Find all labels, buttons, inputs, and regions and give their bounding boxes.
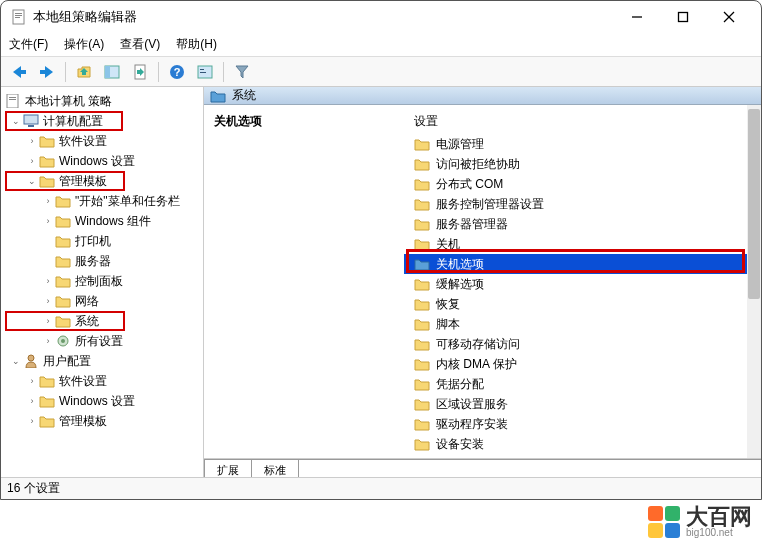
list-item[interactable]: 电源管理 [404,134,761,154]
list-item[interactable]: 内核 DMA 保护 [404,354,761,374]
expander-closed-icon[interactable]: › [41,276,55,286]
expander-closed-icon[interactable]: › [41,216,55,226]
status-text: 16 个设置 [7,480,60,497]
expander-open-icon[interactable]: ⌄ [25,176,39,186]
menu-view[interactable]: 查看(V) [120,36,160,53]
folder-icon [39,134,55,148]
tree-label: 本地计算机 策略 [25,93,112,110]
expander-closed-icon[interactable]: › [25,376,39,386]
folder-icon [414,357,430,371]
expander-open-icon[interactable]: ⌄ [9,356,23,366]
help-button[interactable]: ? [165,60,189,84]
properties-button[interactable] [193,60,217,84]
list-item-label: 服务器管理器 [436,216,508,233]
expander-closed-icon[interactable]: › [41,336,55,346]
list-item[interactable]: 驱动程序安装 [404,414,761,434]
show-hide-tree-button[interactable] [100,60,124,84]
folder-icon [414,237,430,251]
list-item[interactable]: 凭据分配 [404,374,761,394]
expander-open-icon[interactable]: ⌄ [9,116,23,126]
expander-closed-icon[interactable]: › [25,416,39,426]
menu-help[interactable]: 帮助(H) [176,36,217,53]
list-item[interactable]: 访问被拒绝协助 [404,154,761,174]
list-item[interactable]: 分布式 COM [404,174,761,194]
tree-label: 所有设置 [75,333,123,350]
list-item-label: 访问被拒绝协助 [436,156,520,173]
column-header-settings[interactable]: 设置 [404,109,761,134]
minimize-button[interactable] [623,5,651,29]
document-icon [5,94,21,108]
details-panel: 系统 关机选项 设置 电源管理访问被拒绝协助分布式 COM服务控制管理器设置服务… [204,87,761,477]
svg-rect-1 [15,13,22,14]
tree-label: 系统 [75,313,99,330]
list-item[interactable]: 脚本 [404,314,761,334]
list-item-label: 脚本 [436,316,460,333]
tree-network[interactable]: › 网络 [1,291,203,311]
folder-icon [39,414,55,428]
expander-closed-icon[interactable]: › [41,296,55,306]
tree-label: 用户配置 [43,353,91,370]
expander-closed-icon[interactable]: › [41,316,55,326]
export-list-button[interactable] [128,60,152,84]
tree-label: 打印机 [75,233,111,250]
list-item-label: 凭据分配 [436,376,484,393]
close-button[interactable] [715,5,743,29]
folder-icon [414,417,430,431]
tree-printers[interactable]: 打印机 [1,231,203,251]
list-item-label: 区域设置服务 [436,396,508,413]
menu-file[interactable]: 文件(F) [9,36,48,53]
selection-title: 关机选项 [214,113,394,130]
tree-label: Windows 组件 [75,213,151,230]
tree-admin-templates-2[interactable]: › 管理模板 [1,411,203,431]
folder-icon [414,297,430,311]
list-item[interactable]: 区域设置服务 [404,394,761,414]
tree-all-settings[interactable]: › 所有设置 [1,331,203,351]
tree-win-components[interactable]: › Windows 组件 [1,211,203,231]
expander-closed-icon[interactable]: › [25,156,39,166]
tree-panel[interactable]: 本地计算机 策略 ⌄ 计算机配置 › 软件设置 › Windows 设置 ⌄ 管… [1,87,204,477]
folder-icon [414,397,430,411]
forward-button[interactable] [35,60,59,84]
up-button[interactable] [72,60,96,84]
tree-server[interactable]: 服务器 [1,251,203,271]
tree-windows-settings[interactable]: › Windows 设置 [1,151,203,171]
tree-label: Windows 设置 [59,153,135,170]
maximize-button[interactable] [669,5,697,29]
list-item[interactable]: 服务控制管理器设置 [404,194,761,214]
list-item-label: 服务控制管理器设置 [436,196,544,213]
tree-software-settings[interactable]: › 软件设置 [1,131,203,151]
svg-rect-2 [15,15,22,16]
menu-action[interactable]: 操作(A) [64,36,104,53]
scrollbar-track[interactable] [747,105,761,458]
tree-software-settings-2[interactable]: › 软件设置 [1,371,203,391]
tree-system[interactable]: › 系统 [1,311,203,331]
menubar: 文件(F) 操作(A) 查看(V) 帮助(H) [1,33,761,57]
tree-label: 软件设置 [59,373,107,390]
list-column: 设置 电源管理访问被拒绝协助分布式 COM服务控制管理器设置服务器管理器关机关机… [404,105,761,458]
tree-control-panel[interactable]: › 控制面板 [1,271,203,291]
list-item[interactable]: 设备安装 [404,434,761,454]
tree-start-menu[interactable]: › "开始"菜单和任务栏 [1,191,203,211]
list-item[interactable]: 缓解选项 [404,274,761,294]
list-item[interactable]: 关机选项 [404,254,761,274]
list-item[interactable]: 可移动存储访问 [404,334,761,354]
list-item[interactable]: 关机 [404,234,761,254]
folder-icon [39,374,55,388]
back-button[interactable] [7,60,31,84]
scrollbar-thumb[interactable] [748,109,760,299]
expander-closed-icon[interactable]: › [25,136,39,146]
path-label: 系统 [232,87,256,104]
svg-rect-19 [9,97,16,98]
filter-button[interactable] [230,60,254,84]
settings-icon [55,334,71,348]
list-item[interactable]: 服务器管理器 [404,214,761,234]
tree-computer-config[interactable]: ⌄ 计算机配置 [1,111,203,131]
tree-user-config[interactable]: ⌄ 用户配置 [1,351,203,371]
tree-windows-settings-2[interactable]: › Windows 设置 [1,391,203,411]
expander-closed-icon[interactable]: › [41,196,55,206]
list-item[interactable]: 恢复 [404,294,761,314]
tree-admin-templates[interactable]: ⌄ 管理模板 [1,171,203,191]
folder-icon [55,194,71,208]
expander-closed-icon[interactable]: › [25,396,39,406]
tree-root[interactable]: 本地计算机 策略 [1,91,203,111]
